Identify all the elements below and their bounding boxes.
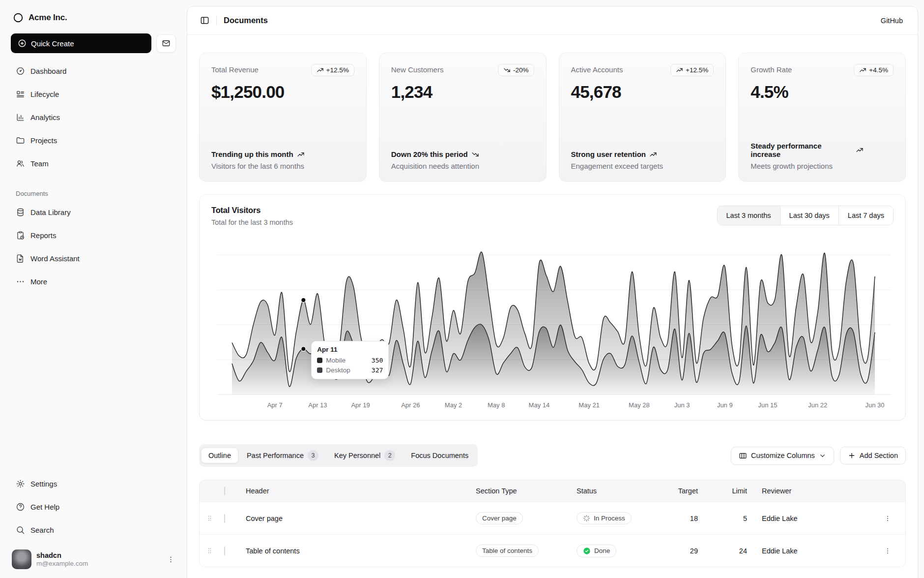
sidebar-item-get-help[interactable]: Get Help [11,497,176,517]
quick-create-label: Quick Create [31,39,74,48]
table-row[interactable]: Cover page Cover page In Process 18 5 Ed… [200,502,905,534]
sidebar-item-team[interactable]: Team [11,153,176,173]
tab-focus-documents[interactable]: Focus Documents [404,448,476,463]
user-menu[interactable]: shadcn m@example.com [11,548,176,571]
range-last-30-days[interactable]: Last 30 days [780,206,838,225]
stat-cards: Total Revenue +12.5% $1,250.00 Trending … [199,53,906,182]
x-tick-label: Jun 9 [717,401,733,409]
brand[interactable]: Acme Inc. [11,9,176,27]
header-divider [216,16,217,25]
x-tick-label: May 28 [629,401,650,409]
tab-outline[interactable]: Outline [201,448,238,463]
x-tick-label: May 14 [529,401,550,409]
sidebar-item-analytics[interactable]: Analytics [11,107,176,127]
sidebar-item-lifecycle[interactable]: Lifecycle [11,84,176,104]
sidebar-item-settings[interactable]: Settings [11,474,176,493]
quick-create-button[interactable]: Quick Create [11,33,151,53]
user-kebab-icon[interactable] [167,555,175,564]
select-row-checkbox[interactable] [224,514,225,523]
table-row[interactable]: Table of contents Table of contents Done… [200,534,905,567]
page-title: Documents [224,16,268,25]
col-header: Header [241,487,471,495]
user-name: shadcn [36,551,162,559]
users-icon [16,159,25,168]
trend-up-icon [859,66,866,74]
row-kebab-icon[interactable] [870,515,905,522]
x-tick-label: Jun 15 [758,401,777,409]
stat-value: 1,234 [391,82,534,102]
row-header-text: Table of contents [241,547,471,555]
mobile-series-swatch [317,358,322,363]
sidebar-item-more[interactable]: More [11,272,176,291]
select-row-checkbox[interactable] [224,547,225,555]
documents-section-label: Documents [16,190,176,197]
sidebar-item-reports[interactable]: Reports [11,225,176,245]
customize-columns-button[interactable]: Customize Columns [731,447,834,465]
drag-handle-icon[interactable] [200,547,219,554]
plus-circle-icon [18,39,27,48]
sidebar-item-dashboard[interactable]: Dashboard [11,61,176,81]
help-circle-icon [16,502,25,512]
github-link[interactable]: GitHub [881,17,903,25]
chart-x-axis: Apr 7Apr 13Apr 19Apr 26May 2May 8May 14M… [211,401,894,412]
x-tick-label: Apr 19 [351,401,370,409]
drag-handle-icon[interactable] [200,515,219,522]
trend-badge: -20% [498,64,534,76]
x-tick-label: Jun 22 [808,401,827,409]
x-tick-label: May 21 [578,401,600,409]
ellipsis-icon [16,277,25,286]
range-last-3-months[interactable]: Last 3 months [718,206,780,225]
x-tick-label: Jun 3 [674,401,690,409]
tab-past-performance[interactable]: Past Performance3 [239,446,326,465]
sidebar-item-search[interactable]: Search [11,520,176,540]
trend-badge: +12.5% [311,64,354,76]
circle-logo-icon [13,12,24,23]
folder-icon [16,136,25,145]
user-email: m@example.com [36,560,162,567]
col-target: Target [663,487,703,495]
add-section-button[interactable]: Add Section [840,447,906,464]
sidebar-toggle-icon[interactable] [200,16,209,25]
sidebar-item-word-assistant[interactable]: Word Assistant [11,248,176,268]
trend-up-icon [856,146,864,154]
limit-value: 5 [703,515,752,522]
stat-value: 45,678 [571,82,714,102]
row-header-text: Cover page [241,515,471,522]
inbox-button[interactable] [156,34,176,53]
status-badge: Done [577,545,616,557]
status-badge: In Process [577,512,632,524]
trend-up-icon [676,66,683,74]
trend-up-icon [297,151,305,158]
stat-card-new-customers: New Customers -20% 1,234 Down 20% this p… [379,53,547,182]
x-tick-label: May 2 [445,401,462,409]
section-type-badge: Cover page [476,512,523,524]
sidebar: Acme Inc. Quick Create Dashboard Lifecyc… [0,0,187,578]
brand-name: Acme Inc. [29,13,67,23]
select-all-checkbox[interactable] [224,487,225,495]
range-last-7-days[interactable]: Last 7 days [838,206,893,225]
columns-icon [739,452,747,460]
reviewer-name: Eddie Lake [752,547,870,555]
target-value: 29 [663,547,703,555]
avatar [12,549,31,569]
plus-icon [848,452,856,459]
sidebar-item-data-library[interactable]: Data Library [11,202,176,222]
trend-up-icon [317,66,324,74]
trend-down-icon [471,151,479,158]
file-word-icon [16,254,25,263]
col-reviewer: Reviewer [752,487,870,495]
sidebar-item-projects[interactable]: Projects [11,130,176,150]
x-tick-label: May 8 [488,401,505,409]
x-tick-label: Apr 13 [308,401,327,409]
desktop-series-swatch [317,367,322,373]
limit-value: 24 [703,547,752,555]
search-icon [16,525,25,535]
tab-key-personnel[interactable]: Key Personnel2 [327,446,403,465]
visitors-chart-canvas[interactable]: Apr 7Apr 13Apr 19Apr 26May 2May 8May 14M… [211,234,894,412]
stat-card-total-revenue: Total Revenue +12.5% $1,250.00 Trending … [199,53,367,182]
reviewer-name: Eddie Lake [752,515,870,522]
row-kebab-icon[interactable] [870,547,905,555]
stat-value: 4.5% [751,82,894,102]
sections-table: Header Section Type Status Target Limit … [199,480,906,567]
trend-badge: +4.5% [854,64,894,76]
